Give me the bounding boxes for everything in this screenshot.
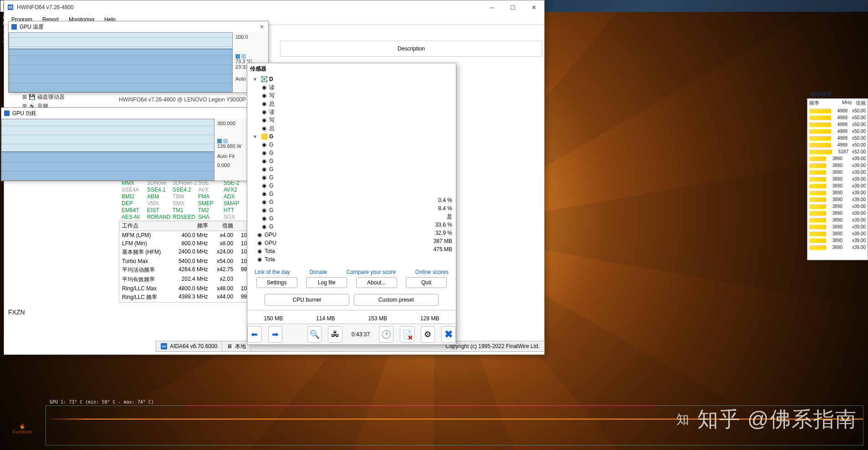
temp-chart-plot[interactable] [9,32,233,92]
cpu-burner-button[interactable]: CPU burner [265,294,349,306]
sensors-header: 传感器 [250,65,266,73]
sensor-icon: ◉ [261,182,267,189]
network-button[interactable]: 🖧 [328,326,342,343]
chart-temp-titlebar[interactable]: GPU 温度 ✕ [9,21,268,32]
freq-row: 3890x39.00 [807,223,868,230]
freq-row: 3890x39.00 [807,189,868,196]
power-chart-plot[interactable] [1,119,214,181]
link-compare[interactable]: Compare your score [347,269,396,275]
sensor-item[interactable]: ◉读 [247,83,456,91]
sensor-item[interactable]: ◉GPU [247,231,456,239]
freq-row: 3890x39.00 [807,230,868,237]
sensor-item[interactable]: ◉G [247,165,456,173]
logfile-button[interactable]: Log file [306,277,347,288]
sensor-item[interactable]: ◉G [247,222,456,231]
settings-gear-button[interactable]: ⚙ [421,326,435,343]
cpu-feature: ABM [147,193,172,200]
freq-row: 3890x39.00 [807,210,868,217]
sensor-icon: ◉ [261,191,267,197]
nav-back-button[interactable]: ⬅ [247,326,262,343]
tree-expand-icon[interactable]: ⊞ [22,94,27,100]
sensor-item[interactable]: ◉G [247,149,456,157]
sensor-item[interactable]: ◉G [247,173,456,182]
sensors-tree[interactable]: ▾💽D◉读◉写◉总◉读◉写◉总▾🟨G◉G◉G◉G◉G◉G◉G◉G◉G◉G◉G◉G… [247,75,456,263]
sensor-icon: ◉ [261,158,267,164]
cpu-feature: SSE4.2 [173,187,197,193]
sensor-icon: ◉ [261,150,267,156]
clock-hdr-workpoint: 工作点 [119,221,174,231]
chart-close-button[interactable]: ✕ [257,22,266,31]
close-button[interactable]: ✕ [523,0,544,14]
sensor-item[interactable]: ◉G [247,214,456,222]
sensor-item[interactable]: ◉总 [247,100,456,108]
sensor-item[interactable]: ◉G [247,206,456,214]
aida-version-seg: 64 AIDA64 v6.70.6000 [156,341,222,351]
sensor-icon: ◉ [261,92,267,99]
sensor-item[interactable]: ◉G [247,198,456,206]
clock-row: LFM (Min)800.0 MHzx8.00100. [119,239,254,248]
sensor-group[interactable]: ▾🟨G [247,132,456,141]
settings-button[interactable]: Settings [256,277,297,288]
chart-power-titlebar[interactable]: GPU 功耗 [1,108,250,119]
sensors-toolbar: ⬅ ➡ 🔍 🖧 0:43:37 🕐 📄✖ ⚙ ✖ [247,324,456,344]
sensor-icon: ◉ [261,125,267,131]
custom-preset-button[interactable]: Custom preset [354,294,439,306]
sensor-icon: ◉ [261,223,267,230]
aida-icon: 64 [161,343,167,349]
link-donate[interactable]: Donate [309,269,327,275]
sensor-item[interactable]: ◉写 [247,116,456,124]
chart-power-title: GPU 功耗 [12,110,36,117]
freq-row: 4988x50.00 [807,114,868,121]
collapse-icon[interactable]: ▾ [254,76,259,82]
sensor-item[interactable]: ◉GPU [247,239,456,247]
minimize-button[interactable]: ─ [481,0,502,14]
sensor-item[interactable]: ◉G [247,182,456,190]
clock-hdr-freq: 频率 [174,221,210,231]
sensor-item[interactable]: ◉读 [247,108,456,116]
link-of-day[interactable]: Link of the day [255,269,290,275]
sensors-window: 传感器 ▾💽D◉读◉写◉总◉读◉写◉总▾🟨G◉G◉G◉G◉G◉G◉G◉G◉G◉G… [247,63,456,345]
cpu-feature: SSE4.1 [147,187,172,193]
clock-row: Ring/LLC Max4800.0 MHzx48.00100. [119,284,254,293]
close-x-button[interactable]: ✖ [441,326,456,343]
clock-row: Turbo Max5400.0 MHzx54.00100. [119,257,254,265]
sensor-item[interactable]: ◉G [247,157,456,165]
freq-row: 3890x39.00 [807,237,868,244]
nav-fwd-button[interactable]: ➡ [268,326,283,343]
freq-row: 5187x52.00 [807,148,868,155]
about-button[interactable]: About... [356,277,397,288]
sensor-item[interactable]: ◉Tota [247,247,456,255]
sensor-icon: ◉ [256,232,263,238]
svg-rect-3 [11,24,17,30]
cpu-feature: TM1 [173,207,197,214]
cpu-feature: BMI2 [122,193,146,200]
axis-max: 300.000 [217,121,247,126]
furmark-logo: 🔥FurMark [4,410,41,447]
sensor-item[interactable]: ◉总 [247,124,456,132]
autofit-button[interactable]: Auto Fit [217,153,247,159]
sensor-item[interactable]: ◉Tota [247,255,456,263]
cpu-feature: FMA [198,193,223,200]
cpu-feature: ADX [224,193,248,200]
stop-record-button[interactable]: 📄✖ [400,326,414,343]
hwinfo-titlebar[interactable]: HWiNFO64 v7.26-4800 ─ ☐ ✕ [4,0,544,14]
sensor-group[interactable]: ▾💽D [247,75,456,83]
freq-row: 4988x50.00 [807,142,868,148]
svg-rect-4 [4,111,10,116]
collapse-icon[interactable]: ▾ [254,133,259,140]
link-online-scores[interactable]: Online scores [415,269,449,275]
cpu-feature: SGX [224,214,248,221]
cpu-feature: RDRAND [147,214,172,221]
sensor-item[interactable]: ◉G [247,141,456,149]
mb-values-row: 150 MB 114 MB 153 MB 128 MB [247,310,456,324]
clock-button[interactable]: 🕐 [379,326,393,343]
aida-version: AIDA64 v6.70.6000 [170,343,217,349]
tree-item-disk[interactable]: 磁盘驱动器 [37,93,65,101]
sensor-item[interactable]: ◉G [247,190,456,198]
sensor-icon: ◉ [261,142,267,148]
search-button[interactable]: 🔍 [307,326,322,343]
maximize-button[interactable]: ☐ [502,0,523,14]
cpu-feature: TM2 [198,207,223,214]
quit-button[interactable]: Quit [406,277,447,288]
sensor-item[interactable]: ◉写 [247,91,456,100]
